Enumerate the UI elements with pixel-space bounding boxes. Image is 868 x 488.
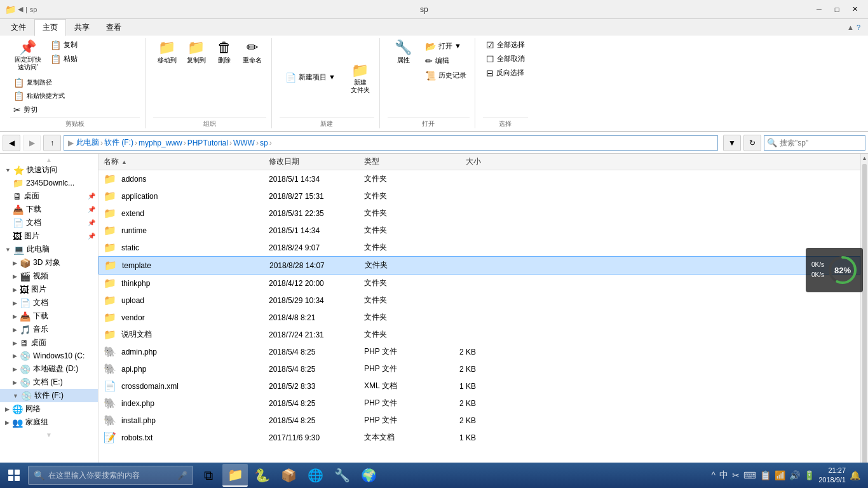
taskbar-search-box[interactable]: 🔍 在这里输入你要搜索的内容 🎤 xyxy=(28,466,193,485)
select-all-button[interactable]: ☑ 全部选择 xyxy=(483,38,528,51)
tray-icon-expand[interactable]: ^ xyxy=(712,470,716,480)
table-row[interactable]: 📁vendor 2018/4/8 8:21 文件夹 xyxy=(98,309,860,326)
sidebar-item-videos[interactable]: ▶ 🎬 视频 xyxy=(0,269,98,283)
taskbar-mic-icon[interactable]: 🎤 xyxy=(177,471,187,480)
table-row[interactable]: 📁static 2018/8/24 9:07 文件夹 xyxy=(98,239,860,256)
table-row[interactable]: 📝robots.txt 2017/11/6 9:30 文本文档 1 KB xyxy=(98,429,860,446)
sidebar-item-docs-e[interactable]: ▶ 💿 文档 (E:) xyxy=(0,376,98,389)
tray-network-icon[interactable]: 📶 xyxy=(775,470,785,480)
tray-icon-keyboard[interactable]: ⌨ xyxy=(743,470,756,480)
address-dropdown-button[interactable]: ▼ xyxy=(723,135,741,151)
col-header-date[interactable]: 修改日期 xyxy=(264,155,359,168)
vertical-scrollbar[interactable]: ▲ ▼ xyxy=(860,154,868,488)
table-row[interactable]: 📁说明文档 2018/7/24 21:31 文件夹 xyxy=(98,326,860,343)
sidebar-item-desktop2[interactable]: ▶ 🖥 桌面 xyxy=(0,336,98,349)
search-input[interactable] xyxy=(780,139,868,147)
tray-icon-cut[interactable]: ✂ xyxy=(732,470,740,480)
breadcrumb-www[interactable]: WWW xyxy=(233,139,255,147)
sidebar-section-network[interactable]: ▶ 🌐 网络 xyxy=(0,402,98,416)
tray-icon-clipboard2[interactable]: 📋 xyxy=(760,470,771,480)
table-row[interactable]: 📁upload 2018/5/29 10:34 文件夹 xyxy=(98,292,860,309)
taskbar-item-task-view[interactable]: ⧉ xyxy=(196,464,221,487)
history-button[interactable]: 📜 历史记录 xyxy=(422,69,470,82)
col-header-type[interactable]: 类型 xyxy=(359,155,435,168)
taskbar-clock[interactable]: 21:27 2018/9/1 xyxy=(818,466,846,485)
deselect-all-button[interactable]: ☐ 全部取消 xyxy=(483,52,528,65)
sidebar-item-downloads[interactable]: 📥 下载 📌 xyxy=(0,203,98,216)
sidebar-item-windows10[interactable]: ▶ 💿 Windows10 (C: xyxy=(0,349,98,362)
invert-select-button[interactable]: ⊟ 反向选择 xyxy=(483,66,527,79)
paste-button[interactable]: 📋 粘贴 xyxy=(47,52,81,65)
table-row[interactable]: 🐘api.php 2018/5/4 8:25 PHP 文件 2 KB xyxy=(98,360,860,377)
taskbar-item-app3[interactable]: 🔧 xyxy=(329,464,355,487)
col-header-name[interactable]: 名称 ▲ xyxy=(98,155,264,168)
maximize-button[interactable]: □ xyxy=(829,3,845,16)
sidebar-item-local-d[interactable]: ▶ 💿 本地磁盘 (D:) xyxy=(0,362,98,376)
tab-home[interactable]: 主页 xyxy=(34,19,66,36)
sidebar-section-this-pc[interactable]: ▼ 💻 此电脑 xyxy=(0,243,98,256)
ribbon-collapse-icon[interactable]: ▲ xyxy=(847,24,854,31)
breadcrumb-phptutorial[interactable]: PHPTutorial xyxy=(187,139,228,147)
properties-button[interactable]: 🔧 属性 xyxy=(388,38,419,67)
table-row[interactable]: 📁addons 2018/5/1 14:34 文件夹 xyxy=(98,170,860,187)
taskbar-item-ie[interactable]: 🌍 xyxy=(356,464,381,487)
tray-notification-icon[interactable]: 🔔 xyxy=(850,470,860,480)
forward-button[interactable]: ▶ xyxy=(23,135,41,151)
scroll-thumb[interactable] xyxy=(862,164,867,483)
sidebar-scroll-down[interactable]: ▼ xyxy=(0,431,98,438)
table-row[interactable]: 🐘admin.php 2018/5/4 8:25 PHP 文件 2 KB xyxy=(98,343,860,360)
start-button[interactable] xyxy=(3,464,25,487)
breadcrumb-software[interactable]: 软件 (F:) xyxy=(104,137,133,148)
sidebar-item-documents[interactable]: 📄 文档 📌 xyxy=(0,216,98,229)
tray-battery-icon[interactable]: 🔋 xyxy=(804,470,815,480)
table-row[interactable]: 📄crossdomain.xml 2018/5/2 8:33 XML 文档 1 … xyxy=(98,377,860,395)
sidebar-item-pictures2[interactable]: ▶ 🖼 图片 xyxy=(0,283,98,296)
taskbar-item-file-explorer[interactable]: 📁 xyxy=(222,464,248,487)
table-row[interactable]: 🐘index.php 2018/5/4 8:25 PHP 文件 2 KB xyxy=(98,395,860,412)
open-button[interactable]: 📂 打开 ▼ xyxy=(422,39,470,53)
move-to-button[interactable]: 📁 移动到 xyxy=(153,38,181,67)
pin-to-quick-access-button[interactable]: 📌 固定到'快速访问' xyxy=(10,38,46,74)
tab-share[interactable]: 共享 xyxy=(66,19,98,36)
copy-path-button[interactable]: 📋 复制路径 xyxy=(10,76,140,89)
sidebar-scroll-up[interactable]: ▲ xyxy=(0,156,98,163)
table-row[interactable]: 📁thinkphp 2018/4/12 20:00 文件夹 xyxy=(98,274,860,292)
taskbar-item-chrome[interactable]: 🌐 xyxy=(302,464,328,487)
cut-button[interactable]: ✂ 剪切 xyxy=(10,103,140,116)
taskbar-item-app1[interactable]: 🐍 xyxy=(249,464,275,487)
edit-button[interactable]: ✏ 编辑 xyxy=(422,54,470,67)
table-row[interactable]: 🐘install.php 2018/5/4 8:25 PHP 文件 2 KB xyxy=(98,412,860,429)
delete-button[interactable]: 🗑 删除 xyxy=(212,38,237,67)
new-item-button[interactable]: 📄 新建项目 ▼ xyxy=(280,71,341,84)
sidebar-item-desktop[interactable]: 🖥 桌面 📌 xyxy=(0,189,98,203)
table-row[interactable]: 📁runtime 2018/5/1 14:34 文件夹 xyxy=(98,222,860,239)
sidebar-section-quick-access[interactable]: ▼ ⭐ 快速访问 xyxy=(0,163,98,177)
scroll-up-arrow[interactable]: ▲ xyxy=(861,154,868,163)
paste-shortcut-button[interactable]: 📋 粘贴快捷方式 xyxy=(10,90,140,102)
tray-icon-input[interactable]: 中 xyxy=(719,470,728,481)
minimize-button[interactable]: ─ xyxy=(811,3,827,16)
copy-to-button[interactable]: 📁 复制到 xyxy=(182,38,210,67)
refresh-button[interactable]: ↻ xyxy=(743,135,761,151)
table-row[interactable]: 📁extend 2018/5/31 22:35 文件夹 xyxy=(98,205,860,222)
address-path[interactable]: ▶ 此电脑 › 软件 (F:) › myphp_www › PHPTutoria… xyxy=(64,135,718,151)
table-row-selected[interactable]: 📁template 2018/8/28 14:07 文件夹 xyxy=(98,256,860,274)
close-button[interactable]: ✕ xyxy=(846,3,863,16)
col-header-size[interactable]: 大小 xyxy=(435,155,486,168)
sidebar-item-3d-objects[interactable]: ▶ 📦 3D 对象 xyxy=(0,256,98,269)
sidebar-item-pictures[interactable]: 🖼 图片 📌 xyxy=(0,229,98,243)
search-box[interactable]: 🔍 xyxy=(764,135,865,151)
sidebar-item-documents2[interactable]: ▶ 📄 文档 xyxy=(0,296,98,309)
taskbar-item-app2[interactable]: 📦 xyxy=(276,464,301,487)
rename-button[interactable]: ✏ 重命名 xyxy=(238,38,266,67)
new-folder-button[interactable]: 📁 新建文件夹 xyxy=(346,61,374,97)
ribbon-help-icon[interactable]: ? xyxy=(857,24,860,31)
sidebar-item-2345[interactable]: 📁 2345Downlc... xyxy=(0,177,98,189)
back-button[interactable]: ◀ xyxy=(3,135,20,151)
sidebar-item-music[interactable]: ▶ 🎵 音乐 xyxy=(0,323,98,336)
sidebar-section-family-group[interactable]: ▶ 👥 家庭组 xyxy=(0,416,98,429)
table-row[interactable]: 📁application 2018/8/27 15:31 文件夹 xyxy=(98,187,860,205)
tab-view[interactable]: 查看 xyxy=(98,19,130,36)
sidebar-item-software-f[interactable]: ▼ 💿 软件 (F:) xyxy=(0,389,98,402)
up-button[interactable]: ↑ xyxy=(43,135,61,151)
